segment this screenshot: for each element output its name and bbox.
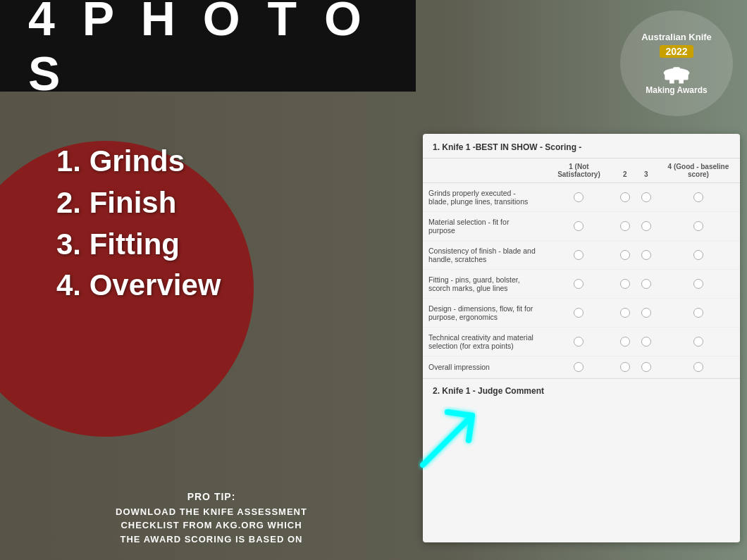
scoring-footer: 2. Knife 1 - Judge Comment bbox=[423, 378, 740, 403]
table-row: Overall impression bbox=[423, 356, 740, 378]
radio-cell[interactable] bbox=[636, 356, 657, 378]
radio-cell[interactable] bbox=[636, 183, 657, 212]
logo-title: Australian Knife bbox=[641, 32, 712, 43]
page-title: 4 P H O T O S bbox=[28, 0, 416, 101]
table-row: Consistency of finish - blade and handle… bbox=[423, 241, 740, 270]
radio-cell[interactable] bbox=[543, 270, 615, 299]
radio-button[interactable] bbox=[693, 308, 703, 318]
radio-button[interactable] bbox=[620, 279, 630, 289]
radio-button[interactable] bbox=[641, 362, 651, 372]
radio-cell[interactable] bbox=[657, 328, 740, 356]
list-item-4: 4. Overview bbox=[56, 265, 221, 306]
radio-cell[interactable] bbox=[543, 212, 615, 241]
radio-button[interactable] bbox=[641, 308, 651, 318]
radio-button[interactable] bbox=[574, 308, 584, 318]
scoring-header: 1. Knife 1 -BEST IN SHOW - Scoring - bbox=[423, 134, 740, 158]
col-2: 2 bbox=[615, 158, 636, 183]
criteria-cell: Design - dimensions, flow, fit for purpo… bbox=[423, 299, 543, 328]
radio-button[interactable] bbox=[641, 192, 651, 202]
list-item-1: 1. Grinds bbox=[56, 141, 221, 182]
list-item-3: 3. Fitting bbox=[56, 224, 221, 266]
radio-button[interactable] bbox=[641, 279, 651, 289]
radio-cell[interactable] bbox=[543, 356, 615, 378]
radio-button[interactable] bbox=[620, 362, 630, 372]
list-item-2: 2. Finish bbox=[56, 182, 221, 224]
scoring-table: 1 (Not Satisfactory) 2 3 4 (Good - basel… bbox=[423, 158, 740, 378]
svg-rect-4 bbox=[673, 67, 680, 74]
radio-cell[interactable] bbox=[636, 270, 657, 299]
radio-button[interactable] bbox=[620, 221, 630, 231]
radio-cell[interactable] bbox=[543, 328, 615, 356]
pro-tip-title: PRO TIP: bbox=[28, 491, 395, 502]
radio-button[interactable] bbox=[574, 250, 584, 260]
radio-cell[interactable] bbox=[615, 270, 636, 299]
radio-cell[interactable] bbox=[543, 183, 615, 212]
radio-button[interactable] bbox=[693, 250, 703, 260]
radio-cell[interactable] bbox=[657, 241, 740, 270]
col-4: 4 (Good - baseline score) bbox=[657, 158, 740, 183]
radio-button[interactable] bbox=[620, 250, 630, 260]
radio-button[interactable] bbox=[641, 221, 651, 231]
radio-cell[interactable] bbox=[615, 241, 636, 270]
radio-cell[interactable] bbox=[636, 299, 657, 328]
table-row: Grinds properly executed - blade, plunge… bbox=[423, 183, 740, 212]
radio-button[interactable] bbox=[574, 192, 584, 202]
radio-cell[interactable] bbox=[636, 212, 657, 241]
table-row: Fitting - pins, guard, bolster, scorch m… bbox=[423, 270, 740, 299]
col-criteria bbox=[423, 158, 543, 183]
radio-cell[interactable] bbox=[657, 183, 740, 212]
logo-subtitle: Making Awards bbox=[646, 85, 707, 95]
radio-button[interactable] bbox=[574, 279, 584, 289]
table-row: Material selection - fit for purpose bbox=[423, 212, 740, 241]
radio-cell[interactable] bbox=[657, 212, 740, 241]
radio-button[interactable] bbox=[693, 362, 703, 372]
table-row: Technical creativity and material select… bbox=[423, 328, 740, 356]
radio-button[interactable] bbox=[574, 362, 584, 372]
pro-tip-body: DOWNLOAD THE KNIFE ASSESSMENT CHECKLIST … bbox=[28, 505, 395, 547]
anvil-icon bbox=[659, 61, 694, 85]
table-row: Design - dimensions, flow, fit for purpo… bbox=[423, 299, 740, 328]
radio-cell[interactable] bbox=[615, 212, 636, 241]
radio-cell[interactable] bbox=[615, 356, 636, 378]
radio-cell[interactable] bbox=[657, 356, 740, 378]
radio-button[interactable] bbox=[574, 221, 584, 231]
criteria-cell: Overall impression bbox=[423, 356, 543, 378]
radio-button[interactable] bbox=[693, 221, 703, 231]
radio-cell[interactable] bbox=[636, 328, 657, 356]
radio-cell[interactable] bbox=[615, 183, 636, 212]
radio-cell[interactable] bbox=[543, 241, 615, 270]
svg-rect-1 bbox=[669, 79, 674, 84]
radio-button[interactable] bbox=[693, 192, 703, 202]
criteria-cell: Technical creativity and material select… bbox=[423, 328, 543, 356]
radio-button[interactable] bbox=[620, 192, 630, 202]
radio-cell[interactable] bbox=[543, 299, 615, 328]
scoring-panel: 1. Knife 1 -BEST IN SHOW - Scoring - 1 (… bbox=[423, 134, 740, 542]
radio-cell[interactable] bbox=[615, 299, 636, 328]
col-3: 3 bbox=[636, 158, 657, 183]
radio-cell[interactable] bbox=[615, 328, 636, 356]
criteria-cell: Consistency of finish - blade and handle… bbox=[423, 241, 543, 270]
radio-cell[interactable] bbox=[657, 270, 740, 299]
logo-area: Australian Knife 2022 Making Awards bbox=[613, 7, 740, 120]
header-bar: 4 P H O T O S bbox=[0, 0, 416, 92]
pro-tip-section: PRO TIP: DOWNLOAD THE KNIFE ASSESSMENT C… bbox=[28, 491, 395, 547]
criteria-cell: Fitting - pins, guard, bolster, scorch m… bbox=[423, 270, 543, 299]
radio-button[interactable] bbox=[620, 337, 630, 347]
svg-rect-2 bbox=[679, 79, 684, 84]
criteria-cell: Grinds properly executed - blade, plunge… bbox=[423, 183, 543, 212]
radio-button[interactable] bbox=[620, 308, 630, 318]
radio-button[interactable] bbox=[574, 337, 584, 347]
radio-button[interactable] bbox=[693, 279, 703, 289]
logo-year: 2022 bbox=[660, 45, 693, 58]
radio-button[interactable] bbox=[641, 337, 651, 347]
radio-cell[interactable] bbox=[657, 299, 740, 328]
col-1: 1 (Not Satisfactory) bbox=[543, 158, 615, 183]
photo-list: 1. Grinds 2. Finish 3. Fitting 4. Overvi… bbox=[56, 141, 221, 306]
radio-cell[interactable] bbox=[636, 241, 657, 270]
logo-circle: Australian Knife 2022 Making Awards bbox=[620, 11, 733, 116]
radio-button[interactable] bbox=[693, 337, 703, 347]
radio-button[interactable] bbox=[641, 250, 651, 260]
criteria-cell: Material selection - fit for purpose bbox=[423, 212, 543, 241]
